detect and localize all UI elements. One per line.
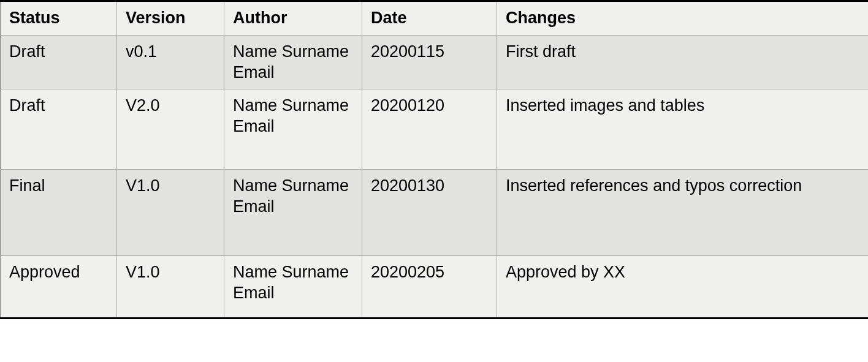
col-header-changes: Changes xyxy=(497,1,869,36)
col-header-status: Status xyxy=(1,1,117,36)
table-row: Draft V2.0 Name Surname Email 20200120 I… xyxy=(1,89,869,170)
cell-status: Final xyxy=(1,170,117,256)
col-header-version: Version xyxy=(117,1,224,36)
table-header-row: Status Version Author Date Changes xyxy=(1,1,869,36)
col-header-date: Date xyxy=(362,1,497,36)
cell-changes: First draft xyxy=(497,35,869,89)
cell-date: 20200130 xyxy=(362,170,497,256)
cell-date: 20200205 xyxy=(362,256,497,319)
table-row: Draft v0.1 Name Surname Email 20200115 F… xyxy=(1,35,869,89)
cell-version: V1.0 xyxy=(117,170,224,256)
cell-changes: Inserted references and typos correction xyxy=(497,170,869,256)
cell-author: Name Surname Email xyxy=(224,89,362,170)
cell-date: 20200120 xyxy=(362,89,497,170)
cell-changes: Inserted images and tables xyxy=(497,89,869,170)
revision-history-table: Status Version Author Date Changes Draft… xyxy=(0,0,868,319)
cell-version: v0.1 xyxy=(117,35,224,89)
cell-version: V2.0 xyxy=(117,89,224,170)
cell-author: Name Surname Email xyxy=(224,256,362,319)
table-row: Approved V1.0 Name Surname Email 2020020… xyxy=(1,256,869,319)
cell-status: Approved xyxy=(1,256,117,319)
cell-author: Name Surname Email xyxy=(224,170,362,256)
table-row: Final V1.0 Name Surname Email 20200130 I… xyxy=(1,170,869,256)
col-header-author: Author xyxy=(224,1,362,36)
cell-status: Draft xyxy=(1,35,117,89)
cell-status: Draft xyxy=(1,89,117,170)
cell-author: Name Surname Email xyxy=(224,35,362,89)
cell-changes: Approved by XX xyxy=(497,256,869,319)
cell-date: 20200115 xyxy=(362,35,497,89)
cell-version: V1.0 xyxy=(117,256,224,319)
